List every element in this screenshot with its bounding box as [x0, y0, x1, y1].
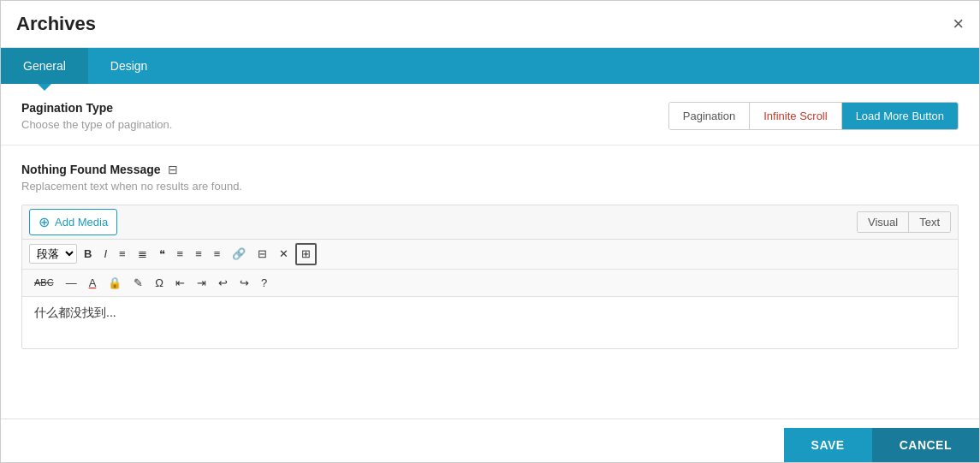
format-select[interactable]: 段落 — [29, 244, 77, 264]
align-left-button[interactable]: ≡ — [172, 244, 189, 264]
dialog-header: Archives × — [1, 1, 979, 48]
dialog-title: Archives — [16, 13, 96, 35]
cancel-button[interactable]: CANCEL — [872, 428, 979, 462]
tab-bar: General Design — [1, 48, 979, 84]
redo-button[interactable]: ↪ — [235, 273, 254, 294]
pagination-section: Pagination Type Choose the type of pagin… — [1, 84, 979, 145]
database-icon: ⊟ — [168, 163, 178, 176]
nothing-found-description: Replacement text when no results are fou… — [21, 180, 959, 193]
unordered-list-button[interactable]: ≡ — [114, 244, 131, 264]
kitchen-sink-button[interactable]: ⊞ — [295, 243, 317, 265]
more-break-button[interactable]: ⊟ — [252, 244, 272, 264]
add-media-button[interactable]: ⊕ Add Media — [29, 209, 117, 235]
tab-general[interactable]: General — [1, 48, 88, 84]
paste-word-button[interactable]: 🔒 — [103, 273, 127, 294]
toolbar-row-1: 段落 B I ≡ ≣ ❝ ≡ ≡ ≡ 🔗 ⊟ ✕ ⊞ — [22, 240, 958, 270]
fullscreen-button[interactable]: ✕ — [274, 244, 294, 264]
indent-button[interactable]: ⇥ — [192, 273, 211, 294]
editor-topbar: ⊕ Add Media Visual Text — [22, 205, 958, 240]
save-button[interactable]: SAVE — [784, 428, 872, 462]
dialog-body: Pagination Type Choose the type of pagin… — [1, 84, 979, 418]
eraser-button[interactable]: ✎ — [128, 273, 148, 294]
help-button[interactable]: ? — [256, 273, 272, 294]
align-right-button[interactable]: ≡ — [209, 244, 226, 264]
editor-container: ⊕ Add Media Visual Text — [21, 205, 959, 349]
pagination-option-pagination[interactable]: Pagination — [669, 103, 750, 129]
pagination-buttons: Pagination Infinite Scroll Load More But… — [668, 102, 959, 130]
text-color-button[interactable]: A — [84, 273, 102, 294]
close-button[interactable]: × — [953, 15, 964, 33]
tab-design[interactable]: Design — [88, 48, 170, 84]
pagination-row: Pagination Type Choose the type of pagin… — [21, 101, 959, 131]
strikethrough-button[interactable]: ABC — [29, 274, 59, 292]
pagination-option-load-more[interactable]: Load More Button — [842, 103, 958, 129]
horizontal-rule-button[interactable]: — — [61, 273, 82, 294]
special-chars-button[interactable]: Ω — [150, 273, 169, 294]
link-button[interactable]: 🔗 — [227, 244, 251, 264]
nothing-found-label: Nothing Found Message — [21, 163, 161, 176]
toolbar-row-2: ABC — A 🔒 ✎ Ω ⇤ ⇥ ↩ ↪ ? — [22, 270, 958, 298]
pagination-label-group: Pagination Type Choose the type of pagin… — [21, 101, 172, 131]
outdent-button[interactable]: ⇤ — [170, 273, 190, 294]
blockquote-button[interactable]: ❝ — [154, 244, 170, 264]
pagination-label: Pagination Type — [21, 101, 172, 115]
nothing-found-section: Nothing Found Message ⊟ Replacement text… — [1, 145, 979, 359]
nothing-found-header: Nothing Found Message ⊟ — [21, 163, 959, 176]
pagination-option-infinite-scroll[interactable]: Infinite Scroll — [750, 103, 841, 129]
ordered-list-button[interactable]: ≣ — [133, 244, 152, 264]
bold-button[interactable]: B — [79, 244, 97, 264]
editor-content[interactable]: 什么都没找到... — [22, 297, 958, 348]
view-tabs: Visual Text — [857, 211, 951, 233]
align-center-button[interactable]: ≡ — [190, 244, 207, 264]
text-tab[interactable]: Text — [909, 212, 950, 232]
italic-button[interactable]: I — [98, 244, 112, 264]
undo-button[interactable]: ↩ — [213, 273, 233, 294]
dialog: Archives × General Design Pagination Typ… — [0, 0, 980, 463]
dialog-footer: SAVE CANCEL — [1, 418, 979, 462]
visual-tab[interactable]: Visual — [858, 212, 909, 232]
pagination-description: Choose the type of pagination. — [21, 118, 172, 131]
add-media-icon: ⊕ — [39, 214, 50, 230]
